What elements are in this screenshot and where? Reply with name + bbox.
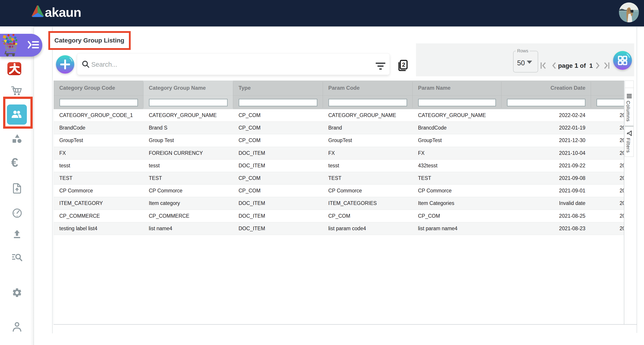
svg-text:2: 2 <box>402 61 405 68</box>
